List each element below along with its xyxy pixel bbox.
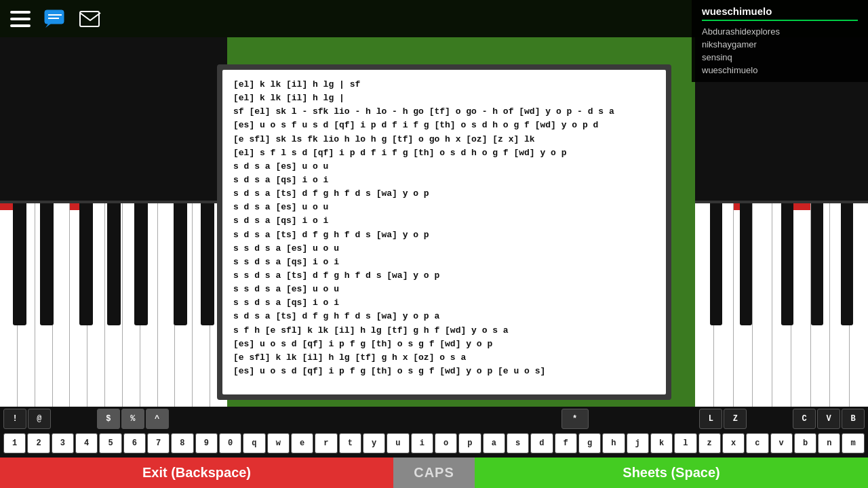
current-username: wueschimuelo	[702, 5, 858, 17]
key-n[interactable]: n	[818, 433, 840, 453]
key-spacer1	[52, 409, 96, 429]
key-r[interactable]: r	[315, 433, 337, 453]
key-9[interactable]: 9	[195, 433, 218, 453]
key-spacer3	[590, 409, 698, 429]
key-asterisk[interactable]: *	[561, 409, 589, 429]
key-percent[interactable]: %	[121, 409, 144, 429]
key-5[interactable]: 5	[99, 433, 121, 453]
player-panel: wueschimuelo Abdurashidexplores nikshayg…	[692, 0, 868, 82]
hamburger-icon[interactable]	[10, 11, 31, 27]
key-t[interactable]: t	[339, 433, 361, 453]
key-a[interactable]: a	[483, 433, 505, 453]
key-g[interactable]: g	[578, 433, 601, 453]
player-list: Abdurashidexplores nikshaygamer sensinq …	[702, 25, 858, 77]
key-spacer2	[170, 409, 560, 429]
player-1: Abdurashidexplores	[702, 25, 858, 38]
svg-marker-3	[45, 24, 51, 28]
key-p[interactable]: p	[458, 433, 481, 453]
key-b[interactable]: b	[794, 433, 816, 453]
key-k[interactable]: k	[650, 433, 673, 453]
key-row-letters: 1234567890qwertyuiopasdfghjklzxcvbnm	[0, 431, 868, 455]
bottom-bar: Exit (Backspace) CAPS Sheets (Space)	[0, 458, 868, 488]
caps-button[interactable]: CAPS	[393, 458, 475, 488]
top-bar: wueschimuelo Abdurashidexplores nikshayg…	[0, 0, 868, 37]
left-piano	[0, 37, 227, 407]
key-f[interactable]: f	[555, 433, 577, 453]
key-dollar[interactable]: $	[97, 409, 120, 429]
key-z[interactable]: z	[698, 433, 721, 453]
key-6[interactable]: 6	[123, 433, 146, 453]
player-4: wueschimuelo	[702, 64, 858, 77]
svg-rect-4	[80, 12, 99, 26]
key-j[interactable]: j	[627, 433, 649, 453]
key-C[interactable]: C	[793, 409, 816, 429]
exit-button[interactable]: Exit (Backspace)	[0, 458, 393, 488]
bottom-keyboard: ! @ $ % ^ * L Z C V B 1234567890qwertyui…	[0, 407, 868, 458]
key-c[interactable]: c	[746, 433, 768, 453]
sheets-button[interactable]: Sheets (Space)	[475, 458, 868, 488]
key-i[interactable]: i	[411, 433, 433, 453]
key-d[interactable]: d	[530, 433, 553, 453]
key-w[interactable]: w	[267, 433, 290, 453]
key-V[interactable]: V	[817, 409, 840, 429]
key-Z-special[interactable]: Z	[724, 409, 747, 429]
key-spacer4	[748, 409, 791, 429]
inbox-icon[interactable]	[79, 9, 101, 28]
player-3: sensinq	[702, 51, 858, 64]
key-3[interactable]: 3	[52, 433, 74, 453]
right-piano	[695, 37, 868, 407]
key-1[interactable]: 1	[3, 433, 26, 453]
sheet-panel: [el] k lk [il] h lg | sf [el] k lk [il] …	[217, 64, 671, 400]
key-0[interactable]: 0	[219, 433, 241, 453]
chat-icon[interactable]	[44, 9, 66, 28]
key-B[interactable]: B	[842, 409, 865, 429]
key-4[interactable]: 4	[75, 433, 98, 453]
key-h[interactable]: h	[602, 433, 625, 453]
key-l[interactable]: l	[674, 433, 696, 453]
key-L[interactable]: L	[699, 409, 722, 429]
key-8[interactable]: 8	[171, 433, 193, 453]
sheet-content: [el] k lk [il] h lg | sf [el] k lk [il] …	[222, 70, 666, 394]
username-underline	[702, 20, 858, 21]
key-q[interactable]: q	[243, 433, 265, 453]
svg-rect-0	[45, 10, 64, 24]
key-u[interactable]: u	[387, 433, 409, 453]
key-y[interactable]: y	[363, 433, 385, 453]
key-o[interactable]: o	[435, 433, 457, 453]
top-bar-left	[10, 9, 101, 28]
player-2: nikshaygamer	[702, 38, 858, 51]
key-v[interactable]: v	[770, 433, 793, 453]
key-s[interactable]: s	[507, 433, 529, 453]
key-m[interactable]: m	[842, 433, 864, 453]
key-at[interactable]: @	[28, 409, 51, 429]
key-7[interactable]: 7	[147, 433, 170, 453]
key-row-special: ! @ $ % ^ * L Z C V B	[0, 407, 868, 431]
key-exclaim[interactable]: !	[3, 409, 26, 429]
key-x[interactable]: x	[722, 433, 745, 453]
sheet-text: [el] k lk [il] h lg | sf [el] k lk [il] …	[233, 78, 655, 378]
key-caret[interactable]: ^	[146, 409, 169, 429]
key-e[interactable]: e	[291, 433, 313, 453]
key-2[interactable]: 2	[27, 433, 50, 453]
